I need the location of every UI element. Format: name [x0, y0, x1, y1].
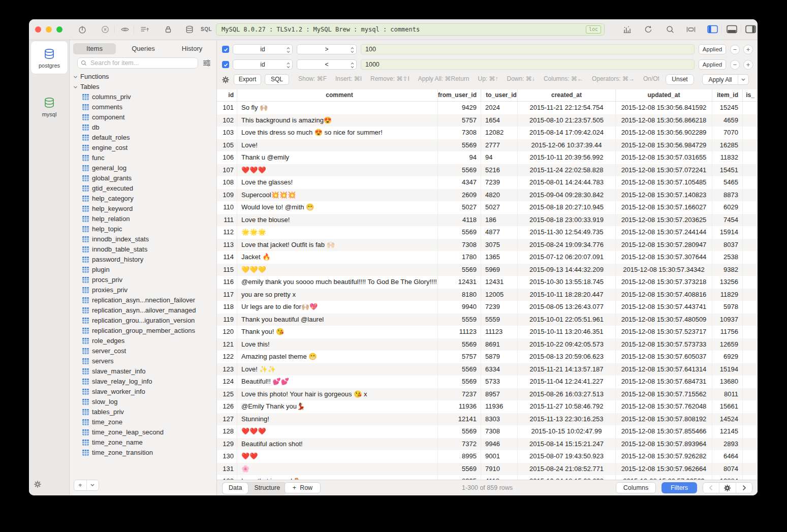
filter-applied-button[interactable]: Applied — [699, 44, 726, 54]
cell-is[interactable] — [743, 301, 758, 314]
cell-from-user-id[interactable]: 5569 — [438, 363, 481, 376]
cell-is[interactable] — [743, 425, 758, 438]
cell-updated-at[interactable]: 2015-12-08 15:30:57.926282 — [616, 450, 712, 463]
table-row[interactable]: 124Beautiful!! 💕💕556957332015-11-04 12:2… — [217, 375, 758, 388]
cell-from-user-id[interactable]: 94 — [438, 151, 481, 164]
sidebar-item-table[interactable]: db — [70, 122, 216, 133]
cell-updated-at[interactable]: 2015-12-08 15:30:57.408816 — [616, 289, 712, 301]
cell-item-id[interactable]: 10937 — [712, 314, 743, 326]
column-header-to_user_id[interactable]: to_user_id — [481, 89, 518, 101]
cell-comment[interactable]: Love this photo! Your hair is gorgeous 😘… — [237, 388, 438, 401]
tree-section-functions[interactable]: Functions — [70, 72, 216, 82]
sidebar-item-table[interactable]: help_category — [70, 194, 216, 204]
cell-to-user-id[interactable]: 1365 — [481, 251, 518, 264]
cell-comment[interactable]: 💛💛💛 — [237, 264, 438, 276]
cell-from-user-id[interactable]: 5569 — [438, 264, 481, 276]
cell-comment[interactable]: Supercool💥💥💥 — [237, 189, 438, 202]
cell-is[interactable] — [743, 314, 758, 326]
cell-item-id[interactable]: 7070 — [712, 127, 743, 139]
sidebar-item-table[interactable]: func — [70, 153, 216, 163]
column-header-from_user_id[interactable]: from_user_id — [438, 89, 481, 101]
cell-created-at[interactable]: 2015-10-11 13:20:46.351 — [518, 326, 616, 338]
add-row-button[interactable]: + Row — [285, 482, 321, 493]
plus-icon[interactable]: + — [74, 480, 86, 490]
table-row[interactable]: 118Ur legs are to die for🙌🏼💖994072392015… — [217, 301, 758, 314]
column-header-comment[interactable]: comment — [237, 89, 438, 101]
cell-comment[interactable]: 🌸 — [237, 463, 438, 476]
cell-item-id[interactable]: 15661 — [712, 400, 743, 413]
cell-item-id[interactable]: 11829 — [712, 289, 743, 301]
lock-icon[interactable] — [164, 25, 173, 34]
cell-comment[interactable]: Amazing pastel theme 😁 — [237, 351, 438, 363]
cell-created-at[interactable]: 2015-10-24 18:15:03.692 — [518, 475, 616, 480]
cell-to-user-id[interactable]: 2777 — [481, 139, 518, 152]
cell-comment[interactable]: Love the glasses! — [237, 176, 438, 189]
cell-comment[interactable]: Thank you beautiful @laurel — [237, 314, 438, 326]
database-icon[interactable] — [185, 25, 194, 34]
sidebar-item-table[interactable]: plugin — [70, 265, 216, 275]
cell-updated-at[interactable]: 2015-12-08 15:30:57.893964 — [616, 438, 712, 451]
cell-to-user-id[interactable]: 1654 — [481, 114, 518, 127]
cell-comment[interactable]: Thank you! 😘 — [237, 326, 438, 338]
cell-updated-at[interactable]: 2015-12-08 15:30:57.808192 — [616, 413, 712, 426]
table-row[interactable]: 113Love that jacket! Outfit is fab 🙌🏻730… — [217, 239, 758, 252]
cell-to-user-id[interactable]: 5216 — [481, 164, 518, 177]
cell-created-at[interactable]: 2015-10-15 10:02:47.99 — [518, 425, 616, 438]
cell-item-id[interactable]: 2538 — [712, 251, 743, 264]
add-item-button[interactable]: + — [74, 480, 99, 491]
table-row[interactable]: 108Love the glasses!434772392015-08-01 1… — [217, 176, 758, 189]
cell-id[interactable]: 109 — [217, 189, 237, 202]
cell-id[interactable]: 111 — [217, 214, 237, 227]
filter-applied-button[interactable]: Applied — [699, 59, 726, 70]
cell-comment[interactable]: So fly 🙌🏼 — [237, 102, 438, 114]
cell-from-user-id[interactable]: 5757 — [438, 351, 481, 363]
search-input[interactable] — [89, 59, 195, 67]
cell-comment[interactable]: @emily thank you soooo much beautiful!!!… — [237, 276, 438, 289]
cell-from-user-id[interactable]: 7308 — [438, 239, 481, 252]
table-row[interactable]: 121Love this!556986912015-10-22 09:42:05… — [217, 338, 758, 351]
cell-created-at[interactable]: 2015-08-10 21:23:57.505 — [518, 114, 616, 127]
sidebar-item-table[interactable]: tables_priv — [70, 407, 216, 417]
cell-from-user-id[interactable]: 11936 — [438, 400, 481, 413]
cell-is[interactable] — [743, 375, 758, 388]
export-button[interactable]: Export — [234, 74, 261, 85]
cell-created-at[interactable]: 2015-10-30 13:55:18.745 — [518, 276, 616, 289]
table-row[interactable]: 101So fly 🙌🏼942920242015-11-21 22:12:54.… — [217, 102, 758, 114]
connection-mysql[interactable]: mysql — [31, 90, 68, 122]
cell-is[interactable] — [743, 475, 758, 480]
cell-is[interactable] — [743, 176, 758, 189]
next-page-button[interactable] — [736, 483, 752, 493]
cell-is[interactable] — [743, 413, 758, 426]
search-icon[interactable] — [666, 25, 675, 34]
cell-id[interactable]: 131 — [217, 463, 237, 476]
cell-to-user-id[interactable]: 11123 — [481, 326, 518, 338]
cell-from-user-id[interactable]: 5757 — [438, 114, 481, 127]
tab-structure[interactable]: Structure — [248, 483, 286, 494]
previous-page-button[interactable] — [703, 483, 719, 493]
sidebar-item-table[interactable]: help_topic — [70, 224, 216, 234]
cell-created-at[interactable]: 2015-11-04 12:24:41.227 — [518, 375, 616, 388]
cell-created-at[interactable]: 2015-12-06 10:37:39.44 — [518, 139, 616, 152]
sidebar-item-table[interactable]: replication_asyn...ailover_managed — [70, 305, 216, 316]
cell-created-at[interactable]: 2015-09-13 14:44:32.209 — [518, 264, 616, 276]
cell-to-user-id[interactable]: 4820 — [481, 189, 518, 202]
table-row[interactable]: 128❤️❤️❤️556973082015-10-15 10:02:47.992… — [217, 425, 758, 438]
cell-comment[interactable]: Would love to! @mith 😁 — [237, 201, 438, 214]
sidebar-item-table[interactable]: default_roles — [70, 133, 216, 143]
cell-updated-at[interactable]: 2015-12-08 15:30:57.99569 — [616, 475, 712, 480]
cell-comment[interactable]: Love that jacket! Outfit is fab 🙌🏻 — [237, 239, 438, 252]
cell-created-at[interactable]: 2015-08-05 13:26:43.077 — [518, 301, 616, 314]
column-header-id[interactable]: id — [217, 89, 237, 101]
cell-updated-at[interactable]: 2015-12-08 15:30:57.140823 — [616, 189, 712, 202]
filter-value-input[interactable] — [361, 59, 695, 70]
sidebar-item-table[interactable]: role_edges — [70, 336, 216, 346]
filter-value-input[interactable] — [361, 44, 695, 54]
sql-editor-button[interactable]: SQL — [201, 26, 212, 32]
sidebar-item-table[interactable]: time_zone_leap_second — [70, 427, 216, 437]
cell-is[interactable] — [743, 264, 758, 276]
cell-id[interactable]: 124 — [217, 375, 237, 388]
cell-item-id[interactable]: 11756 — [712, 326, 743, 338]
cell-from-user-id[interactable]: 5569 — [438, 375, 481, 388]
cell-created-at[interactable]: 2015-08-14 17:09:42.024 — [518, 127, 616, 139]
cell-comment[interactable]: Love that jumper! 🐎 — [237, 475, 438, 480]
